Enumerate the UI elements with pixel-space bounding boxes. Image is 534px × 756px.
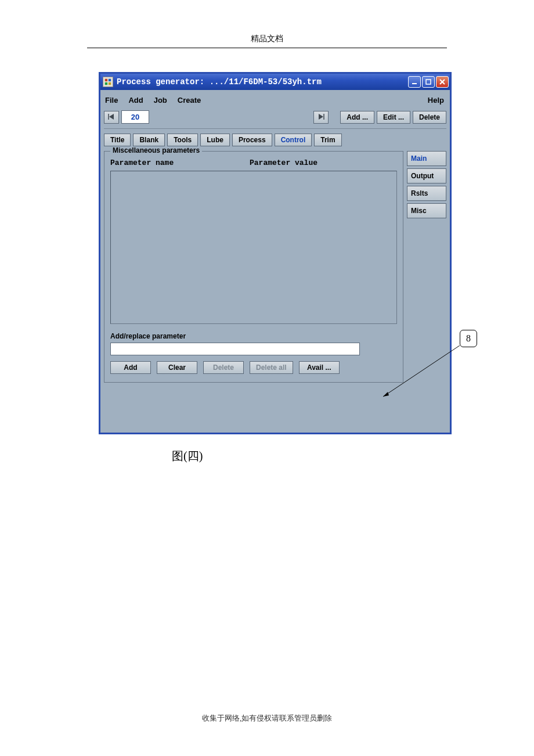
tab-lube[interactable]: Lube [200,134,230,146]
callout-box: 8 [460,330,477,347]
param-delete-button[interactable]: Delete [203,361,244,374]
arrow-right-icon [317,114,324,120]
window-title: Process generator: .../11/F6DM-53/53yh.t… [117,77,408,87]
header-rule [87,48,447,48]
document-footer: 收集于网络,如有侵权请联系管理员删除 [0,713,534,723]
param-list[interactable] [110,171,397,324]
minimize-button[interactable] [408,76,421,88]
document-header-text: 精品文档 [251,34,283,43]
toolbar: 20 Add ... Edit ... Delete [104,109,446,129]
main-tabs: Title Blank Tools Lube Process Control T… [104,134,446,146]
prev-button[interactable] [104,111,119,124]
close-button[interactable] [436,76,449,88]
document-header: 精品文档 [0,0,534,48]
add-replace-label: Add/replace parameter [110,332,397,340]
app-window: Process generator: .../11/F6DM-53/53yh.t… [99,72,452,434]
menu-add[interactable]: Add [128,96,143,105]
side-tab-rslts[interactable]: Rslts [407,186,446,201]
tab-title[interactable]: Title [104,134,131,146]
menu-file[interactable]: File [105,96,118,105]
tab-process[interactable]: Process [232,134,272,146]
side-tab-output[interactable]: Output [407,168,446,183]
content-row: Miscellaneous parameters Parameter name … [104,151,446,383]
tab-tools[interactable]: Tools [167,134,198,146]
edit-button[interactable]: Edit ... [377,111,410,124]
add-replace-input[interactable] [110,343,360,355]
param-add-button[interactable]: Add [110,361,151,374]
window-controls [408,76,449,88]
side-tabs: Main Output Rslts Misc [407,151,446,383]
tab-blank[interactable]: Blank [133,134,165,146]
param-delete-all-button[interactable]: Delete all [250,361,293,374]
svg-marker-10 [319,114,323,120]
arrow-left-icon [108,114,115,120]
menubar: File Add Job Create Help [104,93,446,109]
param-headers: Parameter name Parameter value [110,159,397,167]
maximize-button[interactable] [422,76,435,88]
svg-rect-1 [109,79,111,81]
tab-trim[interactable]: Trim [314,134,341,146]
menu-create[interactable]: Create [178,96,201,105]
svg-rect-5 [426,80,431,84]
col-param-value: Parameter value [250,159,317,167]
tab-control[interactable]: Control [275,134,312,146]
add-button[interactable]: Add ... [340,111,374,124]
fieldset-legend: Miscellaneous parameters [110,146,202,154]
param-clear-button[interactable]: Clear [157,361,197,374]
side-tab-main[interactable]: Main [407,151,446,166]
param-avail-button[interactable]: Avail ... [299,361,340,374]
svg-rect-2 [105,82,107,85]
side-tab-misc[interactable]: Misc [407,203,446,218]
next-button[interactable] [313,111,329,124]
titlebar[interactable]: Process generator: .../11/F6DM-53/53yh.t… [100,74,450,90]
svg-rect-0 [105,79,107,81]
window-body: File Add Job Create Help 20 Add ... Edit… [100,90,450,433]
col-param-name: Parameter name [110,159,250,167]
param-buttons-row: Add Clear Delete Delete all Avail ... [110,361,397,374]
menu-help[interactable]: Help [428,96,444,105]
menu-job[interactable]: Job [154,96,167,105]
figure-caption: 图(四) [172,448,203,464]
svg-rect-3 [109,82,111,85]
delete-button[interactable]: Delete [413,111,446,124]
svg-marker-8 [109,114,114,120]
misc-params-fieldset: Miscellaneous parameters Parameter name … [104,151,403,383]
app-icon [103,77,113,87]
page-number-field[interactable]: 20 [121,110,149,124]
callout-number: 8 [466,333,471,344]
